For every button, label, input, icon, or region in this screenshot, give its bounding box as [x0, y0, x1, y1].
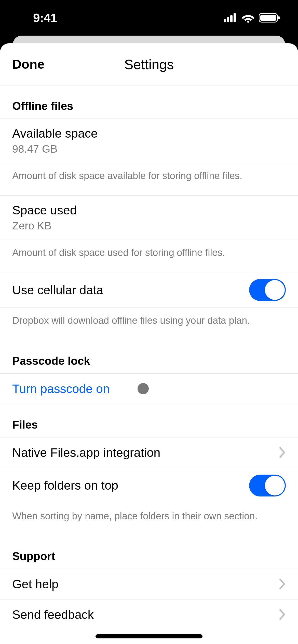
row-send-feedback[interactable]: Send feedback — [0, 599, 298, 630]
available-space-label: Available space — [12, 126, 98, 140]
settings-sheet: Done Settings Offline files Available sp… — [0, 43, 298, 644]
status-time: 9:41 — [18, 11, 57, 25]
available-space-footer: Amount of disk space available for stori… — [0, 163, 298, 195]
row-space-used: Space used Zero KB — [0, 195, 298, 240]
chevron-right-icon — [279, 447, 286, 458]
keep-folders-on-top-label: Keep folders on top — [12, 478, 118, 492]
svg-rect-1 — [227, 17, 229, 22]
get-help-label: Get help — [12, 577, 58, 591]
space-used-label: Space used — [12, 203, 77, 217]
row-get-help[interactable]: Get help — [0, 569, 298, 599]
nav-bar: Done Settings — [0, 43, 298, 85]
cursor-dot-icon — [138, 383, 149, 394]
use-cellular-data-footer: Dropbox will download offline files usin… — [0, 308, 298, 340]
keep-folders-on-top-footer: When sorting by name, place folders in t… — [0, 503, 298, 536]
status-icons — [224, 13, 280, 23]
home-indicator[interactable] — [96, 634, 202, 638]
turn-passcode-on-link[interactable]: Turn passcode on — [12, 382, 110, 396]
send-feedback-label: Send feedback — [12, 608, 94, 622]
settings-content[interactable]: Offline files Available space 98.47 GB A… — [0, 85, 298, 630]
chevron-right-icon — [279, 609, 286, 620]
row-use-cellular-data[interactable]: Use cellular data — [0, 272, 298, 308]
cellular-icon — [224, 13, 237, 22]
row-keep-folders-on-top[interactable]: Keep folders on top — [0, 468, 298, 503]
svg-rect-0 — [224, 19, 226, 22]
native-files-app-integration-label: Native Files.app integration — [12, 446, 160, 460]
section-header-support: Support — [0, 536, 298, 569]
svg-rect-7 — [278, 16, 280, 19]
section-header-files: Files — [0, 404, 298, 437]
use-cellular-data-toggle[interactable] — [249, 279, 286, 301]
page-title: Settings — [0, 56, 298, 72]
status-bar: 9:41 — [0, 0, 298, 36]
section-header-passcode-lock: Passcode lock — [0, 340, 298, 373]
svg-point-4 — [247, 21, 249, 23]
done-button[interactable]: Done — [12, 57, 45, 72]
wifi-icon — [241, 13, 255, 23]
battery-icon — [259, 13, 280, 23]
row-available-space: Available space 98.47 GB — [0, 119, 298, 163]
use-cellular-data-label: Use cellular data — [12, 283, 103, 297]
svg-rect-3 — [234, 13, 236, 22]
space-used-value: Zero KB — [12, 220, 51, 232]
section-header-offline-files: Offline files — [0, 85, 298, 119]
chevron-right-icon — [279, 578, 286, 590]
row-native-files-app-integration[interactable]: Native Files.app integration — [0, 437, 298, 468]
row-turn-passcode-on[interactable]: Turn passcode on — [0, 373, 298, 404]
keep-folders-on-top-toggle[interactable] — [249, 475, 286, 496]
available-space-value: 98.47 GB — [12, 143, 57, 155]
device-frame: 9:41 Done Settings — [0, 0, 298, 644]
space-used-footer: Amount of disk space used for storing of… — [0, 240, 298, 272]
svg-rect-6 — [260, 15, 276, 21]
svg-rect-2 — [230, 15, 233, 22]
